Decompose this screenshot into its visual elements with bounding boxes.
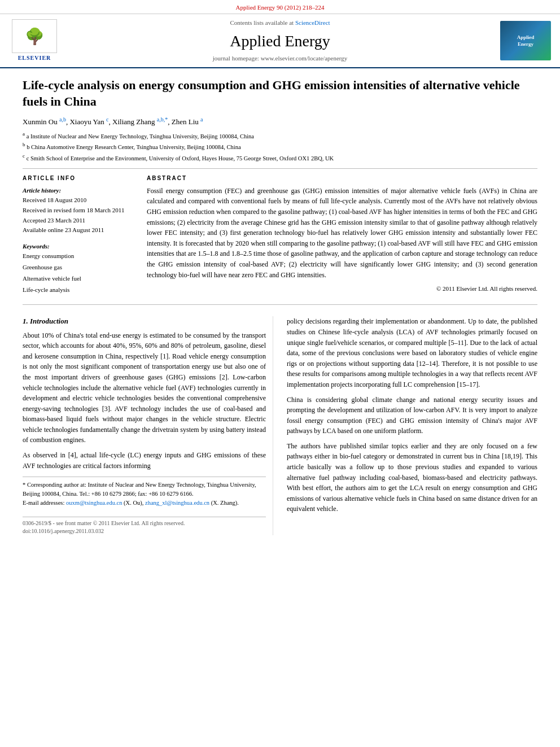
article-info-abstract: ARTICLE INFO Article history: Received 1…	[23, 174, 537, 296]
article-info-block: Article history: Received 18 August 2010…	[23, 186, 135, 235]
body-right-paragraph-3: The authors have published similar topic…	[287, 441, 537, 514]
journal-center: Contents lists available at ScienceDirec…	[60, 19, 500, 63]
affiliation-a: a a Institute of Nuclear and New Energy …	[23, 130, 537, 141]
author-xunmin-sup: a,b	[59, 116, 66, 123]
journal-title: Applied Energy	[60, 30, 500, 52]
keyword-1: Energy consumption	[23, 251, 135, 262]
body-content: 1. Introduction About 10% of China's tot…	[23, 316, 537, 535]
body-left-col: 1. Introduction About 10% of China's tot…	[23, 316, 273, 535]
body-left-inner: 1. Introduction About 10% of China's tot…	[23, 316, 273, 535]
applied-energy-logo: AppliedEnergy	[500, 21, 551, 60]
abstract-text: Fossil energy consumption (FEC) and gree…	[147, 186, 537, 280]
email-label: E-mail addresses:	[23, 500, 64, 506]
content-list-text: Contents lists available at	[230, 19, 294, 26]
article-info-label: ARTICLE INFO	[23, 174, 135, 182]
affiliation-c: c c Smith School of Enterprise and the E…	[23, 152, 537, 163]
keyword-2: Greenhouse gas	[23, 262, 135, 273]
journal-homepage: journal homepage: www.elsevier.com/locat…	[60, 54, 500, 63]
keywords-section: Keywords: Energy consumption Greenhouse …	[23, 242, 135, 296]
elsevier-logo-image: 🌳	[12, 19, 57, 53]
elsevier-text: ELSEVIER	[18, 54, 51, 62]
footer-bar: 0306-2619/$ - see front matter © 2011 El…	[23, 517, 266, 535]
divider-1	[23, 168, 537, 169]
email-2-name: (X. Zhang).	[211, 500, 239, 506]
copyright: © 2011 Elsevier Ltd. All rights reserved…	[147, 285, 537, 293]
science-direct-link[interactable]: ScienceDirect	[295, 19, 330, 26]
email-note: E-mail addresses: ouxm@tsinghua.edu.cn (…	[23, 499, 266, 508]
main-content: Life-cycle analysis on energy consumptio…	[0, 68, 560, 544]
author-xunmin: Xunmin Ou	[23, 117, 59, 126]
content-list: Contents lists available at ScienceDirec…	[60, 19, 500, 27]
footnotes: * Corresponding author at: Institute of …	[23, 477, 266, 507]
affiliation-b: b b China Automotive Energy Research Cen…	[23, 141, 537, 151]
body-right-col: policy decisions regarding their impleme…	[287, 316, 537, 535]
journal-reference: Applied Energy 90 (2012) 218–224	[0, 0, 560, 14]
email-1-link[interactable]: ouxm@tsinghua.edu.cn	[66, 500, 123, 506]
journal-header: 🌳 ELSEVIER Contents lists available at S…	[0, 14, 560, 68]
keyword-4: Life-cycle analysis	[23, 285, 135, 296]
affiliations: a a Institute of Nuclear and New Energy …	[23, 130, 537, 163]
body-paragraph-2: As observed in [4], actual life-cycle (L…	[23, 450, 266, 471]
article-info-col: ARTICLE INFO Article history: Received 1…	[23, 174, 135, 296]
accepted-date: Accepted 23 March 2011	[23, 216, 135, 226]
revised-date: Received in revised form 18 March 2011	[23, 206, 135, 216]
available-date: Available online 23 August 2011	[23, 225, 135, 235]
keywords-label: Keywords:	[23, 242, 135, 251]
corresponding-author-note: * Corresponding author at: Institute of …	[23, 480, 266, 499]
author-zhen-sup: a	[200, 116, 203, 123]
abstract-col: ABSTRACT Fossil energy consumption (FEC)…	[147, 174, 537, 296]
body-right-paragraph-2: China is considering global climate chan…	[287, 395, 537, 436]
keywords-list: Energy consumption Greenhouse gas Altern…	[23, 251, 135, 295]
email-1-name: (X. Ou),	[124, 500, 143, 506]
article-history-label: Article history:	[23, 186, 135, 196]
body-paragraph-1: About 10% of China's total end-use energ…	[23, 330, 266, 446]
body-right-paragraph-1: policy decisions regarding their impleme…	[287, 316, 537, 390]
divider-2	[23, 304, 537, 305]
received-date: Received 18 August 2010	[23, 195, 135, 206]
authors: Xunmin Ou a,b, Xiaoyu Yan c, Xiliang Zha…	[23, 116, 537, 128]
article-title: Life-cycle analysis on energy consumptio…	[23, 77, 537, 110]
applied-energy-logo-text: AppliedEnergy	[517, 34, 535, 48]
footer-doi: doi:10.1016/j.apenergy.2011.03.032	[23, 527, 266, 535]
elsevier-logo: 🌳 ELSEVIER	[9, 19, 60, 62]
author-xiliang-sup: a,b,*	[157, 116, 168, 123]
footer-issn: 0306-2619/$ - see front matter © 2011 El…	[23, 519, 266, 527]
journal-ref-text: Applied Energy 90 (2012) 218–224	[236, 4, 325, 11]
section1-heading: 1. Introduction	[23, 316, 266, 326]
abstract-label: ABSTRACT	[147, 174, 537, 182]
keyword-3: Alternative vehicle fuel	[23, 273, 135, 285]
elsevier-tree-icon: 🌳	[25, 25, 45, 47]
email-2-link[interactable]: zhang_xl@tsinghua.edu.cn	[145, 500, 209, 506]
